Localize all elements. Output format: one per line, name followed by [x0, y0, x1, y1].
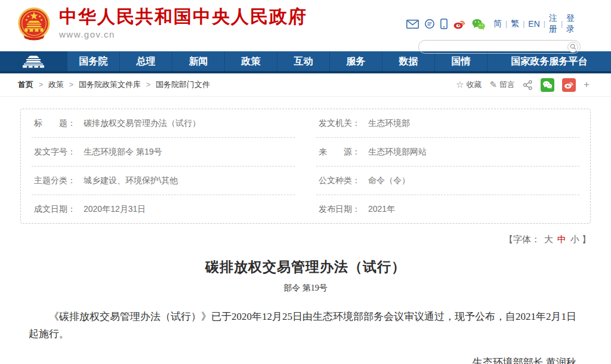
weibo-badge-icon: [564, 81, 574, 89]
favorite-button[interactable]: ☆ 收藏: [456, 79, 482, 90]
comment-button[interactable]: ✎ 留言: [489, 79, 515, 90]
article-body-paragraph: 《碳排放权交易管理办法（试行）》已于2020年12月25日由生态环境部部务会议审…: [29, 309, 578, 343]
star-icon: ☆: [456, 79, 464, 90]
meta-doc-type-cell: 公文种类：命令（令）: [316, 166, 579, 195]
breadcrumb-home[interactable]: 首页: [18, 79, 33, 90]
article-signer: 生态环境部部长 黄润秋: [0, 356, 576, 364]
lang-english-link[interactable]: EN: [528, 19, 539, 29]
nav-home-button[interactable]: [0, 51, 67, 71]
search-button[interactable]: [567, 42, 578, 53]
share-weibo-button[interactable]: [562, 78, 576, 92]
national-emblem-logo: [17, 7, 51, 44]
mobile-icon[interactable]: [440, 18, 448, 29]
meta-doc-number-cell: 发文字号：生态环境部令 第19号: [32, 138, 295, 166]
tiananmen-icon: [20, 54, 47, 68]
site-url: www.gov.cn: [59, 29, 307, 39]
share-icon: [523, 80, 533, 90]
meta-written-date-cell: 成文日期：2020年12月31日: [32, 195, 295, 223]
nav-item-premier[interactable]: 总理: [119, 51, 172, 71]
lang-simplified-link[interactable]: 简: [493, 18, 502, 29]
font-size-medium-button[interactable]: 中: [557, 234, 566, 244]
document-meta-table: 标 题：碳排放权交易管理办法（试行） 发文机关：生态环境部 发文字号：生态环境部…: [20, 109, 591, 224]
breadcrumb-dept-documents[interactable]: 国务院部门文件: [156, 79, 210, 90]
search-input[interactable]: [426, 42, 567, 53]
pencil-icon: ✎: [489, 79, 497, 90]
register-link[interactable]: 注册: [549, 13, 557, 35]
font-size-large-button[interactable]: 大: [544, 234, 553, 244]
login-link[interactable]: 登录: [566, 13, 575, 35]
lang-links: 简 | 繁 | EN | 注册 | 登录: [493, 13, 575, 35]
search-box: [418, 40, 581, 54]
breadcrumb-bar: 首页 > 政策 > 国务院政策文件库 > 国务院部门文件 ☆ 收藏 ✎ 留言: [0, 73, 611, 97]
nav-item-state-council[interactable]: 国务院: [67, 51, 119, 71]
nav-item-news[interactable]: 新闻: [172, 51, 224, 71]
meta-issuing-agency-cell: 发文机关：生态环境部: [316, 109, 579, 138]
article-title: 碳排放权交易管理办法（试行）: [0, 258, 611, 276]
nav-item-national-conditions[interactable]: 国情: [434, 51, 487, 71]
comment-bubble-icon[interactable]: [424, 19, 435, 29]
font-size-selector: 【字体：大中小】: [20, 234, 591, 245]
share-wechat-button[interactable]: [541, 78, 554, 92]
nav-item-services[interactable]: 服务: [329, 51, 382, 71]
lang-traditional-link[interactable]: 繁: [511, 18, 519, 29]
meta-source-cell: 来 源：生态环境部网站: [316, 138, 579, 166]
nav-item-policy[interactable]: 政策: [224, 51, 277, 71]
meta-publish-date-cell: 发布日期：2021年: [316, 195, 579, 223]
meta-subject-category-cell: 主题分类：城乡建设、环境保护\其他: [32, 166, 295, 195]
wechat-icon[interactable]: [471, 18, 486, 30]
more-share-button[interactable]: +: [584, 79, 590, 91]
wechat-badge-icon: [542, 81, 553, 89]
meta-title-cell: 标 题：碳排放权交易管理办法（试行）: [32, 109, 295, 138]
font-size-small-button[interactable]: 小: [570, 234, 579, 244]
breadcrumb-policy[interactable]: 政策: [48, 79, 64, 90]
site-header: 中华人民共和国中央人民政府 www.gov.cn: [0, 0, 611, 51]
nav-item-interaction[interactable]: 互动: [277, 51, 329, 71]
article: 碳排放权交易管理办法（试行） 部令 第19号 《碳排放权交易管理办法（试行）》已…: [0, 258, 611, 364]
article-doc-number: 部令 第19号: [0, 283, 611, 294]
breadcrumb-policy-library[interactable]: 国务院政策文件库: [79, 79, 141, 90]
search-icon: [570, 44, 576, 50]
nav-item-gov-service-platform[interactable]: 国家政务服务平台: [487, 51, 611, 71]
site-title: 中华人民共和国中央人民政府: [59, 7, 307, 27]
share-button[interactable]: [523, 80, 533, 90]
weibo-icon[interactable]: [453, 18, 466, 29]
main-nav: 国务院 总理 新闻 政策 互动 服务 数据 国情 国家政务服务平台: [0, 51, 611, 71]
mail-icon[interactable]: [406, 20, 419, 29]
nav-item-data[interactable]: 数据: [382, 51, 434, 71]
breadcrumb: 首页 > 政策 > 国务院政策文件库 > 国务院部门文件: [18, 79, 210, 90]
